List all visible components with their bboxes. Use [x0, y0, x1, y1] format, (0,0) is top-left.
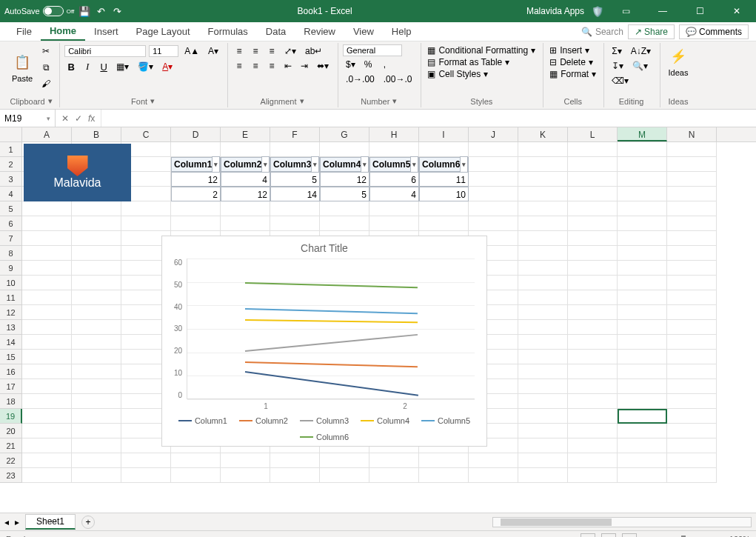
cell[interactable]: [518, 453, 568, 468]
redo-icon[interactable]: ↷: [111, 5, 123, 17]
cell[interactable]: [618, 379, 667, 394]
cell[interactable]: [22, 320, 72, 335]
cell[interactable]: [72, 231, 121, 246]
row-header[interactable]: 3: [0, 172, 22, 187]
cell[interactable]: [618, 187, 667, 201]
cell[interactable]: [667, 468, 717, 483]
cell[interactable]: 6: [369, 172, 419, 187]
cell[interactable]: [667, 305, 717, 320]
cell[interactable]: [568, 201, 618, 216]
cell[interactable]: [667, 438, 717, 453]
zoom-in-icon[interactable]: +: [718, 535, 723, 538]
cell[interactable]: [518, 187, 568, 201]
cell[interactable]: [22, 261, 72, 276]
cell[interactable]: [518, 468, 568, 483]
cell[interactable]: [568, 187, 618, 201]
row-header[interactable]: 18: [0, 394, 22, 409]
decrease-decimal-icon[interactable]: .00→.0: [381, 73, 415, 86]
cell[interactable]: [618, 157, 667, 172]
cell[interactable]: [369, 142, 419, 157]
sort-filter-icon[interactable]: A↓Z▾: [628, 44, 654, 58]
cell[interactable]: [22, 409, 72, 424]
cell[interactable]: [518, 261, 568, 276]
cell[interactable]: [469, 201, 518, 216]
cell[interactable]: [419, 142, 469, 157]
cell[interactable]: [618, 364, 667, 379]
row-header[interactable]: 19: [0, 409, 22, 424]
cell[interactable]: [667, 276, 717, 290]
cell[interactable]: [72, 424, 121, 438]
cell[interactable]: [667, 290, 717, 305]
cell-styles-button[interactable]: ▣Cell Styles▾: [426, 68, 537, 80]
column-header[interactable]: A: [22, 127, 72, 141]
column-header[interactable]: F: [270, 127, 320, 141]
zoom-out-icon[interactable]: −: [643, 535, 647, 538]
undo-icon[interactable]: ↶: [95, 5, 107, 17]
cell[interactable]: [469, 157, 518, 172]
cell[interactable]: [518, 379, 568, 394]
cell[interactable]: [419, 468, 469, 483]
cell[interactable]: [518, 246, 568, 261]
increase-indent-icon[interactable]: ⇥: [298, 59, 311, 73]
clear-icon[interactable]: ⌫▾: [609, 74, 632, 87]
font-size-select[interactable]: [149, 45, 178, 57]
cell[interactable]: 12: [221, 187, 270, 201]
search-box[interactable]: 🔍 Search: [581, 27, 623, 37]
fx-icon[interactable]: fx: [88, 113, 95, 124]
align-right-icon[interactable]: ≡: [265, 59, 278, 73]
bold-button[interactable]: B: [64, 60, 78, 74]
cell[interactable]: [469, 172, 518, 187]
column-header[interactable]: K: [518, 127, 568, 141]
tab-help[interactable]: Help: [383, 23, 421, 40]
row-header[interactable]: 16: [0, 364, 22, 379]
row-header[interactable]: 20: [0, 424, 22, 438]
cell[interactable]: [667, 364, 717, 379]
paste-button[interactable]: 📋 Paste: [9, 50, 36, 84]
cell[interactable]: [667, 424, 717, 438]
cell[interactable]: [618, 468, 667, 483]
page-layout-view-icon[interactable]: [601, 533, 616, 538]
cell[interactable]: [72, 364, 121, 379]
cell[interactable]: [72, 379, 121, 394]
cell[interactable]: [518, 394, 568, 409]
embedded-chart[interactable]: Chart Title 6050403020100 12 Column1Colu…: [161, 236, 487, 447]
cell[interactable]: [22, 335, 72, 350]
filter-dropdown-icon[interactable]: ▾: [261, 156, 270, 173]
align-middle-icon[interactable]: ≡: [249, 44, 262, 58]
cancel-formula-icon[interactable]: ✕: [61, 113, 69, 124]
filter-dropdown-icon[interactable]: ▾: [311, 156, 319, 173]
cell[interactable]: [518, 157, 568, 172]
cell[interactable]: [270, 468, 320, 483]
cell[interactable]: [667, 246, 717, 261]
cell[interactable]: [320, 216, 369, 231]
zoom-level[interactable]: 100%: [729, 535, 750, 538]
cell[interactable]: [618, 231, 667, 246]
cell[interactable]: [22, 424, 72, 438]
cell[interactable]: [171, 468, 221, 483]
cell[interactable]: [518, 350, 568, 364]
column-header[interactable]: D: [171, 127, 221, 141]
row-header[interactable]: 12: [0, 305, 22, 320]
cell[interactable]: [568, 276, 618, 290]
cell[interactable]: [618, 409, 667, 424]
row-header[interactable]: 22: [0, 453, 22, 468]
fill-icon[interactable]: ↧▾: [609, 59, 626, 73]
cell[interactable]: [419, 453, 469, 468]
cell[interactable]: [419, 201, 469, 216]
cell[interactable]: [667, 453, 717, 468]
cell[interactable]: [171, 142, 221, 157]
column-header[interactable]: C: [121, 127, 171, 141]
cell[interactable]: Column4▾: [320, 157, 369, 172]
cell[interactable]: [171, 201, 221, 216]
dialog-launcher-icon[interactable]: ▾: [150, 96, 155, 106]
percent-icon[interactable]: %: [361, 58, 375, 71]
cell[interactable]: [568, 157, 618, 172]
cell[interactable]: [22, 468, 72, 483]
formula-input[interactable]: [101, 110, 756, 127]
dialog-launcher-icon[interactable]: ▾: [392, 96, 397, 106]
cell[interactable]: [469, 216, 518, 231]
align-top-icon[interactable]: ≡: [233, 44, 246, 58]
row-header[interactable]: 17: [0, 379, 22, 394]
tab-file[interactable]: File: [7, 23, 41, 40]
cell[interactable]: [568, 142, 618, 157]
